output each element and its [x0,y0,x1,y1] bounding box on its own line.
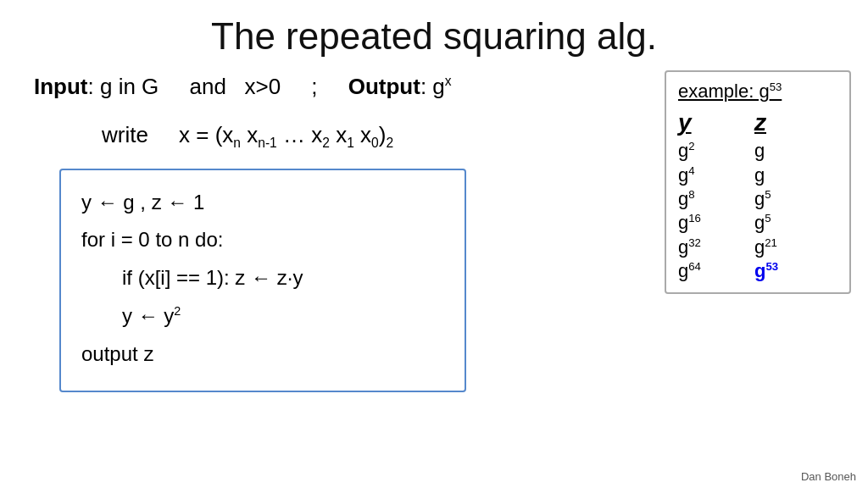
algo-y-sup: 2 [174,304,181,318]
credit-text: Dan Boneh [801,470,856,483]
input-line: Input: g in G and x>0 ; Output: gx [34,70,648,103]
col-z-header: z [754,109,831,136]
table-row: g64g53 [678,260,837,282]
write-label: write [102,122,148,147]
cell-z: g5 [754,188,831,210]
output-sup: x [445,74,452,88]
cell-y: g4 [678,164,754,186]
sub-n: n [233,136,241,150]
table-row: g32g21 [678,236,837,258]
cell-z: g53 [754,260,831,282]
table-row: g2g [678,140,837,162]
algo-line-3: if (x[i] == 1): z ← z·y [122,261,444,296]
xgt0: x>0 [245,74,281,99]
output-label: Output [348,74,420,99]
cell-y: g8 [678,188,754,210]
algo-line-2: for i = 0 to n do: [81,223,444,258]
write-line: write x = (xn xn-1 … x2 x1 x0)2 [102,119,648,153]
sub-base: 2 [386,136,393,150]
cell-y: g64 [678,260,754,282]
example-title: example: g53 [678,80,837,103]
sub-0: 0 [371,136,379,150]
cell-y: g32 [678,236,754,258]
cell-y: g16 [678,212,754,234]
cell-z: g21 [754,236,831,258]
cell-z: g5 [754,212,831,234]
page-title: The repeated squaring alg. [0,0,868,66]
algo-box: y ← g , z ← 1 for i = 0 to n do: if (x[i… [59,169,466,392]
algo-line-5: output z [81,337,444,372]
sub-1: 1 [347,136,354,150]
table-body: g2gg4gg8g5g16g5g32g21g64g53 [678,140,837,282]
semicolon: ; [311,74,317,99]
output-text: : g [420,74,445,99]
table-row: g4g [678,164,837,186]
sub-n1: n-1 [258,136,277,150]
and-text: and [189,74,225,99]
algo-line-4: y ← y2 [122,299,444,334]
left-panel: Input: g in G and x>0 ; Output: gx write… [34,70,665,392]
algo-line-1: y ← g , z ← 1 [81,186,444,220]
algo-y-arrow: y ← y [122,304,174,327]
sub-2: 2 [322,136,330,150]
input-label: Input [34,74,88,99]
cell-z: g [754,164,831,186]
example-sup: 53 [770,80,782,93]
cell-y: g2 [678,140,754,162]
input-text: : g in G [88,74,159,99]
cell-z: g [754,140,831,162]
right-panel: example: g53 y z g2gg4gg8g5g16g5g32g21g6… [665,70,851,294]
table-row: g8g5 [678,188,837,210]
col-y-header: y [678,109,754,136]
table-header: y z [678,109,837,136]
table-row: g16g5 [678,212,837,234]
